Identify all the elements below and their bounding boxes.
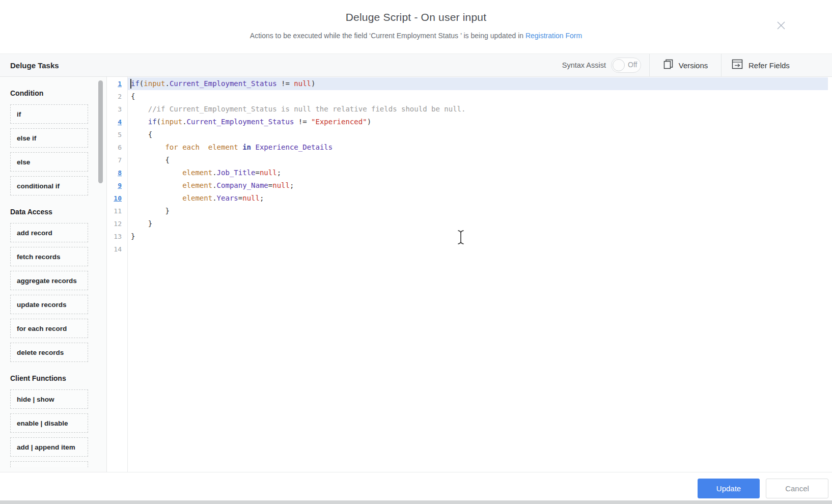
line-number: 11 — [107, 205, 127, 217]
sidebar-scrollbar[interactable] — [98, 80, 103, 183]
sidebar-item-delete-records[interactable]: delete records — [10, 343, 88, 362]
code-token: Experience_Details — [255, 143, 332, 151]
code-line[interactable]: } — [128, 230, 832, 243]
code-token: . — [165, 79, 169, 88]
code-line[interactable]: element.Company_Name=null; — [128, 179, 832, 192]
sidebar-item-else-if[interactable]: else if — [10, 128, 88, 148]
sidebar-item-label: add | append item — [11, 443, 75, 451]
sidebar-item-label: aggregate records — [11, 277, 77, 285]
code-token: } — [131, 207, 170, 215]
code-token: "Experienced" — [311, 118, 367, 126]
dialog-subtitle: Actions to be executed while the field ‘… — [0, 32, 832, 40]
sidebar-item-add-append-item[interactable]: add | append item — [10, 437, 88, 457]
sidebar-item-fetch-records[interactable]: fetch records — [10, 247, 88, 266]
code-token: if — [131, 79, 140, 88]
versions-label: Versions — [679, 61, 708, 70]
versions-stack-icon — [663, 59, 674, 72]
sidebar-item-add-record[interactable]: add record — [10, 223, 88, 242]
sidebar-section-data-access: Data Accessadd recordfetch recordsaggreg… — [10, 208, 106, 362]
sidebar-item-label: hide | show — [11, 396, 54, 403]
deluge-script-dialog: Deluge Script - On user input Actions to… — [0, 0, 832, 504]
code-token: for each — [165, 143, 199, 151]
code-line[interactable]: { — [128, 154, 832, 166]
code-token: Years — [217, 194, 238, 202]
code-line[interactable]: } — [128, 217, 832, 230]
line-number: 12 — [107, 217, 127, 230]
code-token: . — [212, 194, 216, 202]
toggle-knob — [613, 59, 625, 71]
code-line[interactable] — [128, 243, 832, 256]
code-line[interactable]: if(input.Current_Employment_Status != nu… — [128, 77, 828, 90]
versions-button[interactable]: Versions — [650, 54, 721, 76]
code-token: ; — [277, 169, 281, 177]
code-token: . — [182, 118, 186, 126]
deluge-tasks-sidebar: Conditionifelse ifelseconditional ifData… — [0, 77, 107, 472]
sidebar-item-label: delete records — [11, 349, 64, 356]
syntax-assist-state: Off — [628, 61, 637, 69]
close-icon[interactable] — [775, 19, 787, 32]
code-token: { — [131, 92, 135, 100]
code-token — [131, 118, 148, 126]
line-number: 13 — [107, 230, 127, 243]
code-token — [131, 194, 182, 202]
code-line[interactable]: element.Years=null; — [128, 192, 832, 205]
code-token: ( — [157, 118, 161, 126]
line-number-link[interactable]: 10 — [107, 192, 127, 205]
code-token: input — [161, 118, 182, 126]
code-token: . — [212, 169, 216, 177]
sidebar-item-conditional-if[interactable]: conditional if — [10, 176, 88, 195]
cancel-button[interactable]: Cancel — [766, 479, 828, 498]
line-number-link[interactable]: 9 — [107, 179, 127, 192]
sidebar-item-hide-show[interactable]: hide | show — [10, 389, 88, 409]
code-line[interactable]: if(input.Current_Employment_Status != "E… — [128, 116, 832, 128]
line-number: 2 — [107, 90, 127, 103]
sidebar-item-label: fetch records — [11, 253, 61, 261]
line-number-link[interactable]: 4 — [107, 116, 127, 128]
code-token: null — [242, 194, 260, 202]
page-title: Deluge Script - On user input — [0, 0, 832, 23]
sidebar-item-for-each-record[interactable]: for each record — [10, 319, 88, 338]
sidebar-item-update-records[interactable]: update records — [10, 295, 88, 314]
line-number: 7 — [107, 154, 127, 166]
sidebar-item-aggregate-records[interactable]: aggregate records — [10, 271, 88, 290]
code-token: != — [277, 79, 294, 88]
code-token — [238, 143, 242, 151]
code-token: ; — [290, 181, 294, 189]
registration-form-link[interactable]: Registration Form — [525, 32, 582, 40]
code-token: //if Current_Employment_Status is null t… — [131, 105, 465, 113]
code-line[interactable]: element.Job_Title=null; — [128, 166, 832, 179]
code-token: = — [255, 169, 259, 177]
code-line[interactable]: for each element in Experience_Details — [128, 141, 832, 154]
refer-fields-button[interactable]: Refer Fields — [722, 54, 832, 76]
code-line[interactable]: { — [128, 128, 832, 141]
code-token: element — [182, 181, 212, 189]
code-token — [131, 181, 182, 189]
code-token: } — [131, 219, 152, 228]
sidebar-item-else[interactable]: else — [10, 152, 88, 172]
deluge-tasks-heading: Deluge Tasks — [0, 61, 59, 70]
code-token: Current_Employment_Status — [170, 79, 277, 88]
sidebar-item-if[interactable]: if — [10, 104, 88, 124]
syntax-assist-control: Syntax Assist Off — [562, 54, 649, 76]
sidebar-item-enable-disable[interactable]: enable | disable — [10, 413, 88, 433]
syntax-assist-label: Syntax Assist — [562, 61, 606, 69]
code-token: ) — [311, 79, 315, 88]
code-token: null — [260, 169, 277, 177]
code-line[interactable]: { — [128, 90, 832, 103]
subtitle-text: Actions to be executed while the field ‘… — [250, 32, 525, 40]
code-line[interactable]: } — [128, 205, 832, 217]
line-number-link[interactable]: 8 — [107, 166, 127, 179]
syntax-assist-toggle[interactable]: Off — [611, 58, 641, 73]
code-token: element — [182, 194, 212, 202]
sidebar-item-partial[interactable] — [10, 461, 88, 467]
code-editor[interactable]: if(input.Current_Employment_Status != nu… — [128, 77, 832, 472]
line-number: 6 — [107, 141, 127, 154]
code-token — [131, 169, 182, 177]
sidebar-item-label: if — [11, 110, 21, 118]
sidebar-item-label: else if — [11, 134, 36, 142]
line-number-link[interactable]: 1 — [107, 77, 127, 90]
code-token: Company_Name — [217, 181, 268, 189]
code-line[interactable]: //if Current_Employment_Status is null t… — [128, 103, 832, 116]
sidebar-item-label: enable | disable — [11, 419, 68, 427]
update-button[interactable]: Update — [698, 479, 760, 498]
